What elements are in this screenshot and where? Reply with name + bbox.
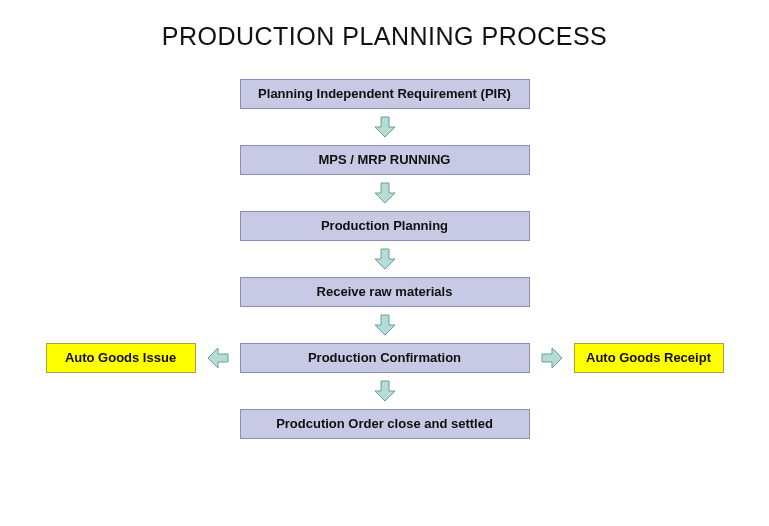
step-pir: Planning Independent Requirement (PIR) <box>240 79 530 109</box>
step-production-confirmation: Production Confirmation <box>240 343 530 373</box>
step-order-close-settled: Prodcution Order close and settled <box>240 409 530 439</box>
step-production-planning: Production Planning <box>240 211 530 241</box>
step-mps-mrp: MPS / MRP RUNNING <box>240 145 530 175</box>
flowchart: Planning Independent Requirement (PIR) M… <box>0 79 769 439</box>
step-receive-raw-materials: Receive raw materials <box>240 277 530 307</box>
center-column: Planning Independent Requirement (PIR) M… <box>0 79 769 439</box>
arrow-left-icon <box>206 347 230 369</box>
arrow-down-icon <box>374 379 396 403</box>
arrow-down-icon <box>374 247 396 271</box>
diagram-title: PRODUCTION PLANNING PROCESS <box>0 22 769 51</box>
arrow-down-icon <box>374 115 396 139</box>
side-auto-goods-issue: Auto Goods Issue <box>46 343 196 373</box>
side-auto-goods-receipt: Auto Goods Receipt <box>574 343 724 373</box>
arrow-down-icon <box>374 181 396 205</box>
arrow-right-icon <box>540 347 564 369</box>
arrow-down-icon <box>374 313 396 337</box>
confirmation-row: Auto Goods Issue Production Confirmation… <box>0 343 769 373</box>
